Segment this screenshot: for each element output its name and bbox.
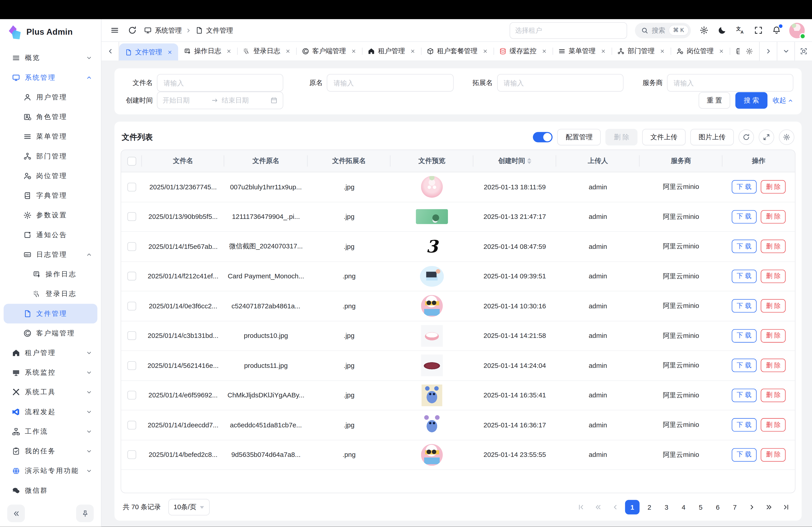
sidebar-item[interactable]: 我的任务 — [4, 441, 98, 461]
sidebar-collapse-button[interactable] — [7, 505, 25, 522]
image-upload-button[interactable]: 图片上传 — [690, 129, 734, 146]
first-page-button[interactable] — [574, 500, 588, 515]
row-delete-button[interactable]: 删 除 — [761, 180, 786, 194]
refresh-table-button[interactable] — [738, 130, 754, 145]
filter-input[interactable] — [157, 74, 284, 91]
filter-input[interactable] — [327, 74, 453, 91]
sidebar-item[interactable]: 菜单管理 — [4, 127, 98, 147]
breadcrumb-item[interactable]: 文件管理 — [185, 26, 233, 35]
sort-icon[interactable] — [527, 158, 531, 164]
column-header[interactable]: 操作 — [723, 150, 795, 172]
tenant-select-input[interactable]: 选择租户 — [509, 22, 627, 39]
back-10-pages-button[interactable] — [591, 500, 605, 515]
row-delete-button[interactable]: 删 除 — [761, 240, 786, 253]
sidebar-item[interactable]: DEV 日志管理 — [4, 245, 98, 265]
row-delete-button[interactable]: 删 除 — [761, 448, 786, 462]
close-icon[interactable] — [285, 49, 291, 54]
file-preview-image[interactable] — [420, 266, 444, 287]
column-header[interactable]: 创建时间 — [473, 150, 556, 172]
row-checkbox[interactable] — [127, 302, 136, 311]
next-page-button[interactable] — [745, 500, 759, 515]
close-icon[interactable] — [410, 49, 415, 54]
sidebar-item[interactable]: 演示站专用功能 — [4, 461, 98, 481]
download-button[interactable]: 下 载 — [731, 299, 756, 313]
file-upload-button[interactable]: 文件上传 — [642, 129, 686, 146]
select-all-checkbox[interactable] — [127, 157, 136, 165]
sidebar-item[interactable]: 通知公告 — [4, 225, 98, 245]
tab[interactable]: 岗位管理 — [670, 42, 730, 61]
download-button[interactable]: 下 载 — [731, 418, 756, 432]
download-button[interactable]: 下 载 — [731, 240, 756, 253]
sidebar-item[interactable]: 系统管理 — [4, 68, 98, 88]
page-number-button[interactable]: 5 — [693, 500, 708, 515]
sidebar-item[interactable]: 角色管理 — [4, 107, 98, 127]
column-header[interactable]: 文件预览 — [390, 150, 473, 172]
file-preview-image[interactable] — [421, 295, 443, 317]
sidebar-item[interactable]: 参数设置 — [4, 205, 98, 225]
sidebar-item[interactable]: 流程发起 — [4, 402, 98, 422]
sidebar-item[interactable]: 系统监控 — [4, 363, 98, 382]
column-header[interactable]: 上传人 — [556, 150, 640, 172]
file-preview-image[interactable] — [421, 176, 443, 198]
tab[interactable]: 租户套餐管理 — [421, 42, 494, 61]
reset-button[interactable]: 重 置 — [698, 92, 730, 109]
sidebar-item[interactable]: 文件管理 — [4, 304, 98, 323]
download-button[interactable]: 下 载 — [731, 389, 756, 402]
last-page-button[interactable] — [779, 500, 793, 515]
fullscreen-button[interactable] — [753, 25, 763, 35]
refresh-page-button[interactable] — [126, 25, 138, 36]
page-number-button[interactable]: 1 — [625, 500, 639, 515]
row-delete-button[interactable]: 删 除 — [761, 418, 786, 432]
row-delete-button[interactable]: 删 除 — [761, 299, 786, 313]
row-checkbox[interactable] — [127, 450, 136, 459]
close-icon[interactable] — [351, 49, 357, 54]
close-icon[interactable] — [660, 49, 665, 54]
file-preview-image[interactable] — [416, 209, 448, 224]
file-preview-image[interactable] — [422, 384, 442, 406]
delete-button[interactable]: 删 除 — [606, 129, 637, 146]
date-range-input[interactable]: 开始日期 结束日期 — [157, 91, 284, 109]
forward-10-pages-button[interactable] — [762, 500, 776, 515]
tab[interactable]: 部门管理 — [611, 42, 670, 61]
close-icon[interactable] — [168, 49, 173, 55]
tab[interactable]: 客户端管理 — [296, 42, 362, 61]
global-search-button[interactable]: 搜索 ⌘ K — [635, 22, 691, 38]
download-button[interactable]: 下 载 — [731, 448, 756, 462]
column-header[interactable]: 文件拓展名 — [308, 150, 390, 172]
column-header[interactable]: 文件原名 — [224, 150, 308, 172]
tabs-menu-button[interactable] — [777, 42, 794, 61]
file-preview-image[interactable] — [421, 325, 443, 346]
row-delete-button[interactable]: 删 除 — [761, 389, 786, 402]
download-button[interactable]: 下 载 — [731, 210, 756, 224]
config-manage-button[interactable]: 配置管理 — [557, 129, 601, 146]
sidebar-item[interactable]: 用户管理 — [4, 88, 98, 107]
sidebar-item[interactable]: 岗位管理 — [4, 166, 98, 186]
sidebar-item[interactable]: 客户端管理 — [4, 323, 98, 343]
row-checkbox[interactable] — [127, 331, 136, 340]
page-size-select[interactable]: 10条/页 — [168, 499, 209, 515]
download-button[interactable]: 下 载 — [731, 180, 756, 194]
close-icon[interactable] — [483, 49, 488, 54]
row-delete-button[interactable]: 删 除 — [761, 329, 786, 343]
close-icon[interactable] — [226, 49, 231, 54]
tabs-scroll-left-button[interactable] — [102, 42, 119, 61]
config-toggle[interactable] — [533, 132, 553, 142]
table-settings-button[interactable] — [779, 130, 794, 145]
prev-page-button[interactable] — [608, 500, 622, 515]
filter-input[interactable] — [667, 74, 794, 91]
sidebar-item[interactable]: 概览 — [4, 48, 98, 68]
row-checkbox[interactable] — [127, 242, 136, 251]
sidebar-item[interactable]: 部门管理 — [4, 147, 98, 166]
tabs-scroll-right-button[interactable] — [759, 42, 777, 61]
row-checkbox[interactable] — [127, 272, 136, 281]
column-header[interactable]: 服务商 — [639, 150, 722, 172]
dark-mode-button[interactable] — [717, 25, 727, 35]
download-button[interactable]: 下 载 — [731, 329, 756, 343]
menu-toggle-button[interactable] — [109, 25, 120, 36]
download-button[interactable]: 下 载 — [731, 359, 756, 372]
sidebar-item[interactable]: 登录日志 — [4, 284, 98, 304]
tab[interactable]: 文件管理 — [119, 44, 178, 61]
file-preview-image[interactable] — [422, 414, 442, 436]
expand-table-button[interactable] — [759, 130, 774, 145]
page-number-button[interactable]: 7 — [728, 500, 742, 515]
